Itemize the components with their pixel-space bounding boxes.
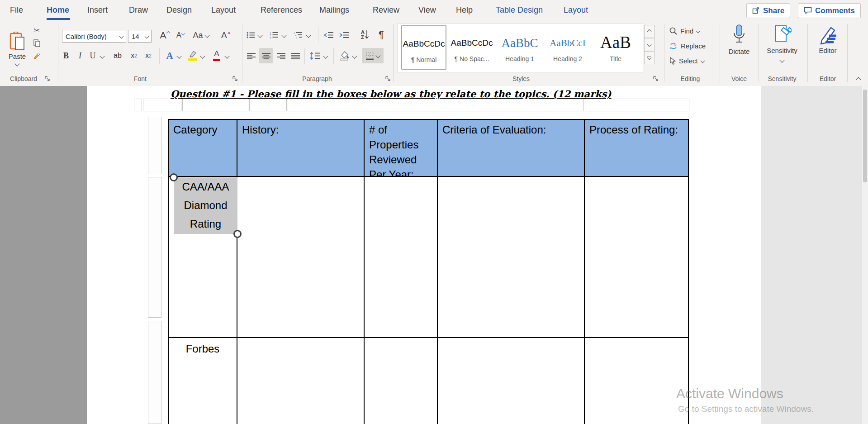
styles-scroll-down[interactable] bbox=[644, 38, 655, 51]
header-cell-category[interactable]: Category bbox=[169, 120, 237, 176]
text-effects-chevron[interactable] bbox=[176, 53, 181, 58]
text-effects-button[interactable]: A bbox=[163, 49, 176, 62]
styles-scroll-up[interactable] bbox=[644, 25, 655, 38]
strikethrough-button[interactable]: ab bbox=[110, 49, 125, 62]
scrollbar-thumb[interactable] bbox=[863, 90, 867, 182]
row-selector-cell[interactable] bbox=[148, 321, 161, 424]
select-chevron[interactable] bbox=[700, 59, 705, 63]
style-no-spacing[interactable]: AaBbCcDc ¶ No Spac... bbox=[449, 25, 494, 70]
document-heading[interactable]: Question #1 - Please fill in the boxes b… bbox=[171, 88, 612, 100]
tab-table-design[interactable]: Table Design bbox=[496, 5, 543, 15]
font-dialog-launcher[interactable] bbox=[232, 76, 238, 81]
styles-pane-button[interactable] bbox=[644, 51, 655, 64]
borders-chevron[interactable] bbox=[375, 53, 380, 58]
mini-cell[interactable] bbox=[249, 99, 287, 111]
mini-cell[interactable] bbox=[288, 99, 584, 111]
cell-caa-history[interactable] bbox=[237, 177, 365, 337]
header-cell-criteria[interactable]: Criteria of Evaluation: bbox=[438, 120, 585, 176]
change-case-button[interactable]: Aa bbox=[191, 28, 211, 43]
find-button[interactable]: Find bbox=[669, 27, 700, 35]
bold-button[interactable]: B bbox=[60, 49, 72, 62]
tab-mailings[interactable]: Mailings bbox=[319, 5, 349, 15]
mini-cell[interactable] bbox=[134, 99, 142, 111]
style-normal[interactable]: AaBbCcDc ¶ Normal bbox=[401, 25, 446, 70]
collapse-ribbon-button[interactable] bbox=[856, 77, 861, 82]
header-cell-properties[interactable]: # of Properties Reviewed Per Year: bbox=[365, 120, 438, 176]
selected-text-caa[interactable]: CAA/AAA Diamond Rating bbox=[174, 177, 237, 234]
numbered-list-chevron[interactable] bbox=[281, 33, 286, 38]
show-formatting-button[interactable]: ¶ bbox=[375, 27, 388, 43]
clear-formatting-button[interactable]: A✦ bbox=[219, 28, 233, 43]
editor-button[interactable]: Editor bbox=[810, 24, 846, 54]
align-center-button[interactable] bbox=[259, 48, 273, 63]
tab-view[interactable]: View bbox=[418, 5, 436, 15]
vertical-scrollbar[interactable] bbox=[862, 86, 868, 424]
italic-button[interactable]: I bbox=[75, 49, 85, 62]
paragraph-dialog-launcher[interactable] bbox=[385, 76, 391, 81]
grow-font-button[interactable]: A bbox=[157, 28, 172, 43]
dictate-button[interactable]: Dictate bbox=[721, 24, 757, 55]
shading-chevron[interactable] bbox=[352, 53, 357, 58]
cell-forbes-process[interactable] bbox=[585, 338, 688, 424]
find-chevron[interactable] bbox=[696, 29, 701, 33]
tab-help[interactable]: Help bbox=[456, 5, 473, 15]
replace-button[interactable]: b c Replace bbox=[669, 42, 706, 50]
font-name-select[interactable]: Calibri (Body) bbox=[62, 30, 126, 43]
justify-button[interactable] bbox=[289, 49, 302, 62]
subscript-button[interactable]: x2 bbox=[128, 49, 140, 62]
clipboard-dialog-launcher[interactable] bbox=[45, 76, 50, 81]
mini-cell[interactable] bbox=[182, 99, 248, 111]
style-title[interactable]: AaB Title bbox=[593, 25, 638, 70]
bullet-list-chevron[interactable] bbox=[257, 33, 262, 38]
row-selector-cell[interactable] bbox=[148, 117, 161, 174]
line-spacing-chevron[interactable] bbox=[323, 53, 328, 58]
selection-handle-start[interactable] bbox=[170, 173, 178, 181]
select-button[interactable]: Select bbox=[669, 57, 704, 65]
header-cell-process[interactable]: Process of Rating: bbox=[585, 120, 688, 176]
cell-forbes-history[interactable] bbox=[237, 338, 365, 424]
style-heading2[interactable]: AaBbCcI Heading 2 bbox=[545, 25, 590, 70]
paste-dropdown-chevron[interactable] bbox=[14, 61, 19, 66]
sensitivity-button[interactable]: Sensitivity bbox=[764, 24, 800, 62]
tab-insert[interactable]: Insert bbox=[87, 5, 108, 15]
tab-file[interactable]: File bbox=[10, 5, 23, 15]
decrease-indent-button[interactable] bbox=[322, 28, 336, 42]
paste-button[interactable]: Paste bbox=[5, 24, 29, 73]
style-heading1[interactable]: AaBbC Heading 1 bbox=[497, 25, 542, 70]
highlight-chevron[interactable] bbox=[200, 53, 205, 58]
tab-layout[interactable]: Layout bbox=[211, 5, 236, 15]
font-color-button[interactable]: A bbox=[211, 48, 223, 62]
increase-indent-button[interactable] bbox=[337, 28, 351, 42]
tab-design[interactable]: Design bbox=[166, 5, 192, 15]
tab-draw[interactable]: Draw bbox=[129, 5, 148, 15]
tab-review[interactable]: Review bbox=[373, 5, 399, 15]
mini-cell[interactable] bbox=[585, 99, 689, 111]
cell-caa-criteria[interactable] bbox=[438, 177, 585, 337]
multilevel-list-chevron[interactable] bbox=[306, 33, 311, 38]
mini-cell[interactable] bbox=[143, 99, 181, 111]
line-spacing-button[interactable] bbox=[308, 48, 323, 63]
comments-button[interactable]: Comments bbox=[798, 3, 861, 18]
font-size-select[interactable]: 14 bbox=[128, 30, 152, 43]
bullet-list-button[interactable] bbox=[245, 28, 256, 42]
sensitivity-chevron[interactable] bbox=[779, 57, 784, 62]
copy-button[interactable] bbox=[32, 38, 42, 48]
cell-forbes-category[interactable]: Forbes bbox=[169, 338, 237, 424]
tab-references[interactable]: References bbox=[261, 5, 302, 15]
share-button[interactable]: Share bbox=[746, 3, 790, 18]
cell-caa-process[interactable] bbox=[585, 177, 688, 337]
align-left-button[interactable] bbox=[245, 49, 257, 62]
format-painter-button[interactable] bbox=[32, 51, 42, 60]
underline-chevron[interactable] bbox=[100, 53, 104, 58]
cell-forbes-properties[interactable] bbox=[365, 338, 438, 424]
highlight-button[interactable] bbox=[186, 48, 199, 62]
cut-button[interactable]: ✂ bbox=[32, 26, 42, 35]
underline-button[interactable]: U bbox=[87, 49, 99, 62]
selection-handle-end[interactable] bbox=[233, 230, 242, 238]
styles-dialog-launcher[interactable] bbox=[653, 76, 659, 81]
shading-button[interactable] bbox=[337, 48, 351, 63]
cell-caa-properties[interactable] bbox=[365, 177, 438, 337]
font-color-chevron[interactable] bbox=[224, 53, 229, 58]
align-right-button[interactable] bbox=[275, 49, 287, 62]
cell-forbes-criteria[interactable] bbox=[438, 338, 585, 424]
